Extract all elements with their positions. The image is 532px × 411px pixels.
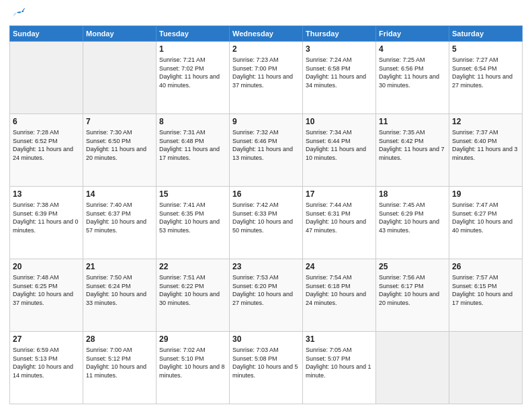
calendar-cell: 26Sunrise: 7:57 AM Sunset: 6:15 PM Dayli… xyxy=(449,259,523,332)
day-info: Sunrise: 7:57 AM Sunset: 6:15 PM Dayligh… xyxy=(452,273,519,307)
day-number: 3 xyxy=(306,44,373,54)
day-info: Sunrise: 7:23 AM Sunset: 7:00 PM Dayligh… xyxy=(232,56,300,89)
weekday-header: Monday xyxy=(83,26,157,42)
calendar-cell: 11Sunrise: 7:35 AM Sunset: 6:42 PM Dayli… xyxy=(376,114,449,187)
weekday-header: Wednesday xyxy=(230,26,303,42)
day-info: Sunrise: 7:45 AM Sunset: 6:29 PM Dayligh… xyxy=(379,201,446,234)
day-number: 19 xyxy=(452,189,519,199)
calendar-cell: 22Sunrise: 7:51 AM Sunset: 6:22 PM Dayli… xyxy=(157,259,230,332)
calendar-cell: 6Sunrise: 7:28 AM Sunset: 6:52 PM Daylig… xyxy=(10,114,83,187)
day-info: Sunrise: 7:35 AM Sunset: 6:42 PM Dayligh… xyxy=(379,128,446,162)
calendar-cell: 18Sunrise: 7:45 AM Sunset: 6:29 PM Dayli… xyxy=(376,187,449,259)
day-number: 26 xyxy=(452,261,519,272)
day-number: 11 xyxy=(379,116,446,127)
calendar-cell xyxy=(83,42,157,114)
weekday-header-row: SundayMondayTuesdayWednesdayThursdayFrid… xyxy=(10,26,523,42)
day-info: Sunrise: 7:02 AM Sunset: 5:10 PM Dayligh… xyxy=(159,346,226,379)
calendar-cell: 16Sunrise: 7:42 AM Sunset: 6:33 PM Dayli… xyxy=(230,187,303,259)
calendar-cell: 21Sunrise: 7:50 AM Sunset: 6:24 PM Dayli… xyxy=(83,259,157,332)
day-info: Sunrise: 7:05 AM Sunset: 5:07 PM Dayligh… xyxy=(306,346,373,379)
calendar-cell: 19Sunrise: 7:47 AM Sunset: 6:27 PM Dayli… xyxy=(449,187,523,259)
day-number: 2 xyxy=(232,44,300,54)
day-info: Sunrise: 7:28 AM Sunset: 6:52 PM Dayligh… xyxy=(13,128,80,162)
page: SundayMondayTuesdayWednesdayThursdayFrid… xyxy=(0,0,532,411)
day-number: 28 xyxy=(86,334,153,345)
calendar-cell: 25Sunrise: 7:56 AM Sunset: 6:17 PM Dayli… xyxy=(376,259,449,332)
day-number: 12 xyxy=(452,116,519,127)
day-info: Sunrise: 7:42 AM Sunset: 6:33 PM Dayligh… xyxy=(232,201,300,234)
calendar-cell: 29Sunrise: 7:02 AM Sunset: 5:10 PM Dayli… xyxy=(157,332,230,404)
day-info: Sunrise: 7:44 AM Sunset: 6:31 PM Dayligh… xyxy=(306,201,373,234)
calendar-cell xyxy=(10,42,83,114)
day-info: Sunrise: 7:50 AM Sunset: 6:24 PM Dayligh… xyxy=(86,273,153,307)
day-number: 13 xyxy=(13,189,80,199)
weekday-header: Thursday xyxy=(303,26,376,42)
calendar-cell: 4Sunrise: 7:25 AM Sunset: 6:56 PM Daylig… xyxy=(376,42,449,114)
day-number: 7 xyxy=(86,116,153,127)
day-info: Sunrise: 7:54 AM Sunset: 6:18 PM Dayligh… xyxy=(306,273,373,307)
calendar-cell: 13Sunrise: 7:38 AM Sunset: 6:39 PM Dayli… xyxy=(10,187,83,259)
calendar-week-row: 27Sunrise: 6:59 AM Sunset: 5:13 PM Dayli… xyxy=(10,332,523,404)
day-info: Sunrise: 7:47 AM Sunset: 6:27 PM Dayligh… xyxy=(452,201,519,234)
day-number: 17 xyxy=(306,189,373,199)
logo xyxy=(9,7,26,20)
calendar-table: SundayMondayTuesdayWednesdayThursdayFrid… xyxy=(9,26,523,404)
day-number: 21 xyxy=(86,261,153,272)
day-info: Sunrise: 7:31 AM Sunset: 6:48 PM Dayligh… xyxy=(159,128,226,162)
day-number: 24 xyxy=(306,261,373,272)
day-number: 4 xyxy=(379,44,446,54)
day-number: 14 xyxy=(86,189,153,199)
logo-bird-icon xyxy=(11,7,26,21)
calendar-cell: 3Sunrise: 7:24 AM Sunset: 6:58 PM Daylig… xyxy=(303,42,376,114)
weekday-header: Saturday xyxy=(449,26,523,42)
day-info: Sunrise: 7:27 AM Sunset: 6:54 PM Dayligh… xyxy=(452,56,519,89)
weekday-header: Friday xyxy=(376,26,449,42)
calendar-cell: 24Sunrise: 7:54 AM Sunset: 6:18 PM Dayli… xyxy=(303,259,376,332)
day-info: Sunrise: 7:21 AM Sunset: 7:02 PM Dayligh… xyxy=(159,56,226,89)
day-info: Sunrise: 7:48 AM Sunset: 6:25 PM Dayligh… xyxy=(13,273,80,307)
day-number: 18 xyxy=(379,189,446,199)
calendar-cell: 8Sunrise: 7:31 AM Sunset: 6:48 PM Daylig… xyxy=(157,114,230,187)
day-info: Sunrise: 7:24 AM Sunset: 6:58 PM Dayligh… xyxy=(306,56,373,89)
header xyxy=(9,7,523,20)
calendar-cell: 7Sunrise: 7:30 AM Sunset: 6:50 PM Daylig… xyxy=(83,114,157,187)
calendar-cell: 2Sunrise: 7:23 AM Sunset: 7:00 PM Daylig… xyxy=(230,42,303,114)
calendar-cell: 28Sunrise: 7:00 AM Sunset: 5:12 PM Dayli… xyxy=(83,332,157,404)
calendar-cell: 20Sunrise: 7:48 AM Sunset: 6:25 PM Dayli… xyxy=(10,259,83,332)
calendar-cell: 10Sunrise: 7:34 AM Sunset: 6:44 PM Dayli… xyxy=(303,114,376,187)
day-info: Sunrise: 7:30 AM Sunset: 6:50 PM Dayligh… xyxy=(86,128,153,162)
day-number: 1 xyxy=(159,44,226,54)
calendar-cell: 30Sunrise: 7:03 AM Sunset: 5:08 PM Dayli… xyxy=(230,332,303,404)
day-number: 31 xyxy=(306,334,373,345)
day-info: Sunrise: 7:03 AM Sunset: 5:08 PM Dayligh… xyxy=(232,346,300,379)
day-number: 15 xyxy=(159,189,226,199)
calendar-week-row: 20Sunrise: 7:48 AM Sunset: 6:25 PM Dayli… xyxy=(10,259,523,332)
day-number: 30 xyxy=(232,334,300,345)
calendar-cell: 31Sunrise: 7:05 AM Sunset: 5:07 PM Dayli… xyxy=(303,332,376,404)
calendar-cell: 9Sunrise: 7:32 AM Sunset: 6:46 PM Daylig… xyxy=(230,114,303,187)
calendar-cell: 27Sunrise: 6:59 AM Sunset: 5:13 PM Dayli… xyxy=(10,332,83,404)
day-info: Sunrise: 7:37 AM Sunset: 6:40 PM Dayligh… xyxy=(452,128,519,162)
day-number: 9 xyxy=(232,116,300,127)
weekday-header: Tuesday xyxy=(157,26,230,42)
calendar-week-row: 13Sunrise: 7:38 AM Sunset: 6:39 PM Dayli… xyxy=(10,187,523,259)
day-info: Sunrise: 7:00 AM Sunset: 5:12 PM Dayligh… xyxy=(86,346,153,379)
day-number: 16 xyxy=(232,189,300,199)
day-number: 27 xyxy=(13,334,80,345)
day-info: Sunrise: 7:53 AM Sunset: 6:20 PM Dayligh… xyxy=(232,273,300,307)
calendar-cell: 1Sunrise: 7:21 AM Sunset: 7:02 PM Daylig… xyxy=(157,42,230,114)
day-number: 23 xyxy=(232,261,300,272)
day-info: Sunrise: 7:38 AM Sunset: 6:39 PM Dayligh… xyxy=(13,201,80,234)
calendar-cell: 15Sunrise: 7:41 AM Sunset: 6:35 PM Dayli… xyxy=(157,187,230,259)
day-info: Sunrise: 6:59 AM Sunset: 5:13 PM Dayligh… xyxy=(13,346,80,379)
day-number: 22 xyxy=(159,261,226,272)
day-info: Sunrise: 7:34 AM Sunset: 6:44 PM Dayligh… xyxy=(306,128,373,162)
day-number: 10 xyxy=(306,116,373,127)
day-info: Sunrise: 7:41 AM Sunset: 6:35 PM Dayligh… xyxy=(159,201,226,234)
day-info: Sunrise: 7:40 AM Sunset: 6:37 PM Dayligh… xyxy=(86,201,153,234)
calendar-cell: 14Sunrise: 7:40 AM Sunset: 6:37 PM Dayli… xyxy=(83,187,157,259)
weekday-header: Sunday xyxy=(10,26,83,42)
day-info: Sunrise: 7:51 AM Sunset: 6:22 PM Dayligh… xyxy=(159,273,226,307)
day-number: 6 xyxy=(13,116,80,127)
day-number: 25 xyxy=(379,261,446,272)
